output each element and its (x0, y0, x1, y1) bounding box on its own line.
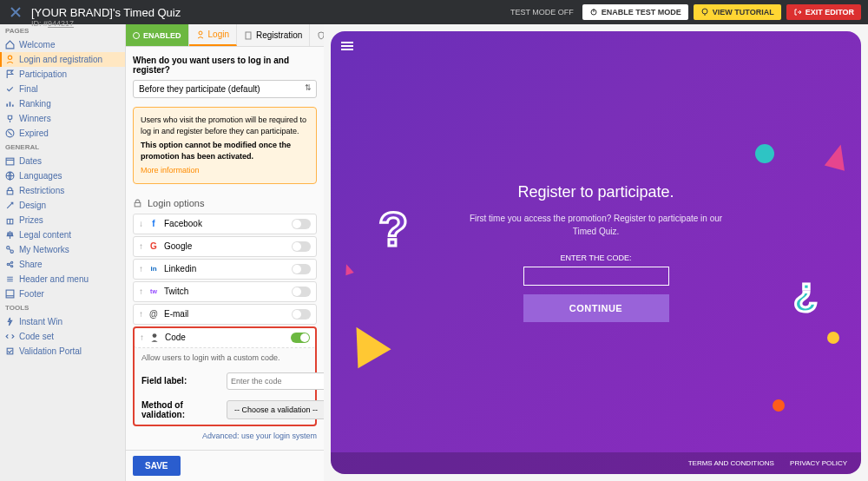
google-icon: G (148, 241, 159, 252)
facebook-icon: f (148, 219, 159, 229)
when-login-question: When do you want users to log in and reg… (133, 56, 317, 75)
sidebar-item-welcome[interactable]: Welcome (0, 37, 125, 52)
enable-test-mode-button[interactable]: ENABLE TEST MODE (582, 4, 688, 20)
when-login-select[interactable]: Before they participate (default) (133, 80, 317, 98)
google-toggle[interactable] (292, 241, 311, 252)
decorative-triangle (339, 318, 391, 368)
svg-point-26 (153, 333, 157, 338)
login-options-header: Login options (133, 193, 317, 214)
preview-footer: TERMS AND CONDITIONS PRIVACY POLICY (331, 452, 861, 474)
check-circle-icon (133, 32, 140, 39)
sidebar-item-restrictions[interactable]: Restrictions (0, 183, 125, 198)
sidebar-item-winners[interactable]: Winners (0, 111, 125, 126)
privacy-link[interactable]: PRIVACY POLICY (790, 459, 847, 467)
menu-icon (5, 274, 15, 284)
svg-point-2 (702, 9, 707, 14)
preview-panel: ? ? Register to participate. First time … (324, 24, 868, 481)
footer-icon (5, 289, 15, 299)
svg-rect-6 (6, 158, 14, 165)
code-login-block: ↑Code Allow users to login with a custom… (133, 326, 317, 426)
preview-canvas: ? ? Register to participate. First time … (331, 31, 861, 474)
advanced-login-link[interactable]: Advanced: use your login system (133, 432, 317, 440)
sidebar-item-header-menu[interactable]: Header and menu (0, 272, 125, 287)
svg-rect-22 (246, 32, 251, 39)
sidebar-item-legal[interactable]: Legal content (0, 227, 125, 242)
svg-point-21 (199, 31, 202, 35)
svg-point-16 (11, 261, 13, 263)
sidebar-item-final[interactable]: Final (0, 82, 125, 96)
user-icon (196, 30, 205, 39)
exit-editor-button[interactable]: EXIT EDITOR (786, 4, 861, 20)
preview-code-input[interactable] (523, 267, 669, 286)
close-icon[interactable] (7, 3, 24, 21)
decorative-circle (755, 144, 774, 163)
sidebar-item-footer[interactable]: Footer (0, 287, 125, 301)
svg-line-14 (9, 248, 10, 250)
view-tutorial-button[interactable]: VIEW TUTORIAL (694, 4, 781, 20)
config-tabs: ENABLED Login Registration Security opti… (126, 24, 324, 47)
email-toggle[interactable] (292, 309, 311, 320)
tab-registration[interactable]: Registration (237, 24, 310, 46)
sidebar-item-login-registration[interactable]: Login and registration (0, 52, 125, 67)
linkedin-toggle[interactable] (292, 264, 311, 274)
svg-point-17 (11, 266, 13, 267)
page-title: [YOUR BRAND]'s Timed Quiz (31, 6, 181, 19)
sidebar-item-share[interactable]: Share (0, 257, 125, 272)
shield-icon (317, 31, 324, 40)
sidebar-item-prizes[interactable]: Prizes (0, 213, 125, 227)
save-button[interactable]: SAVE (133, 456, 181, 476)
sidebar-item-participation[interactable]: Participation (0, 67, 125, 82)
ranking-icon (5, 99, 15, 109)
hamburger-icon[interactable] (341, 40, 353, 52)
bolt-icon (5, 317, 15, 326)
person-icon (149, 333, 160, 343)
login-option-twitch: ↑twTwitch (133, 281, 317, 302)
config-panel: ENABLED Login Registration Security opti… (126, 24, 324, 481)
drag-handle-icon[interactable]: ↑ (139, 264, 143, 273)
sidebar-item-instantwin[interactable]: Instant Win (0, 314, 125, 329)
lock-icon (5, 186, 15, 195)
code-toggle[interactable] (291, 333, 310, 343)
network-icon (5, 245, 15, 254)
login-option-email: ↑@E-mail (133, 304, 317, 325)
share-icon (5, 260, 15, 269)
question-mark-icon: ? (793, 274, 818, 321)
tab-security[interactable]: Security options (310, 24, 324, 46)
svg-rect-18 (6, 290, 14, 298)
sidebar-item-languages[interactable]: Languages (0, 168, 125, 183)
tab-enabled[interactable]: ENABLED (126, 24, 189, 46)
continue-button[interactable]: CONTINUE (523, 294, 669, 322)
drag-handle-icon[interactable]: ↓ (139, 219, 143, 228)
power-icon (589, 8, 598, 16)
sidebar-item-codeset[interactable]: Code set (0, 329, 125, 344)
preview-heading: Register to participate. (517, 183, 674, 201)
login-option-linkedin: ↑inLinkedin (133, 259, 317, 280)
calendar-icon (5, 156, 15, 166)
sidebar-item-expired[interactable]: Expired (0, 126, 125, 141)
form-icon (244, 31, 253, 40)
sidebar-item-dates[interactable]: Dates (0, 154, 125, 168)
promo-id-link[interactable]: 944217 (48, 19, 74, 28)
sidebar-item-design[interactable]: Design (0, 198, 125, 213)
test-mode-status: TEST MODE OFF (510, 8, 574, 16)
drag-handle-icon[interactable]: ↑ (139, 309, 143, 319)
twitch-toggle[interactable] (292, 287, 311, 297)
terms-link[interactable]: TERMS AND CONDITIONS (688, 459, 774, 467)
drag-handle-icon[interactable]: ↑ (140, 333, 144, 342)
drag-handle-icon[interactable]: ↑ (139, 287, 143, 296)
legal-icon (5, 230, 15, 240)
code-description: Allow users to login with a custom code. (135, 348, 315, 367)
sidebar-item-networks[interactable]: My Networks (0, 242, 125, 257)
decorative-triangle (825, 142, 851, 170)
svg-point-4 (8, 56, 11, 59)
facebook-toggle[interactable] (292, 219, 311, 229)
validation-method-label: Method of validation: (141, 400, 220, 419)
field-label-input[interactable] (227, 372, 324, 390)
sidebar-item-ranking[interactable]: Ranking (0, 96, 125, 111)
more-info-link[interactable]: More information (141, 165, 200, 176)
sidebar-item-validation[interactable]: Validation Portal (0, 344, 125, 359)
sidebar-section-general: GENERAL (0, 141, 125, 154)
drag-handle-icon[interactable]: ↑ (139, 241, 143, 251)
tab-login[interactable]: Login (189, 24, 237, 46)
validation-method-select[interactable]: -- Choose a validation -- (227, 400, 324, 419)
